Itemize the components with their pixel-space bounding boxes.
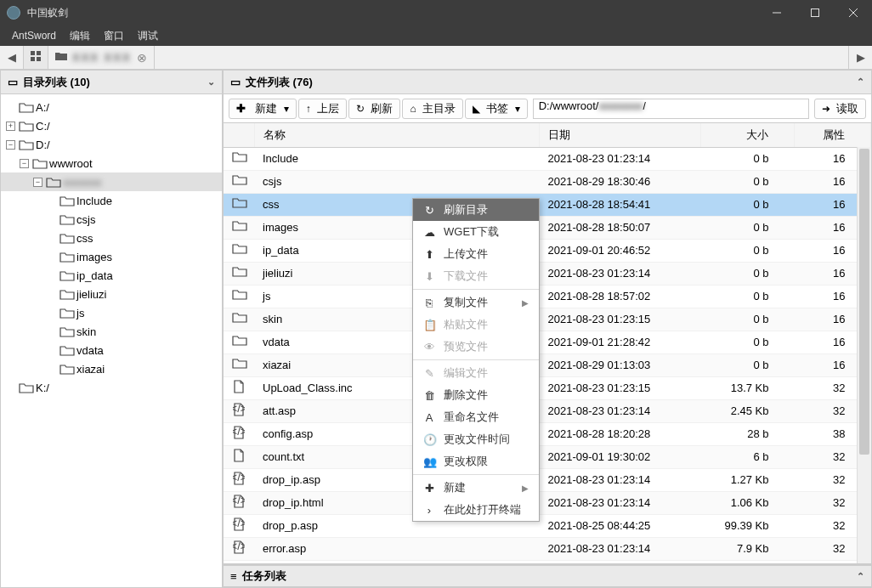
col-attr[interactable]: 属性	[795, 123, 871, 147]
row-date: 2021-08-23 01:23:14	[540, 262, 701, 285]
scrollbar-thumb[interactable]	[859, 149, 869, 455]
menu-item-label: 编辑文件	[444, 365, 488, 381]
menu-item-label: 删除文件	[444, 387, 488, 403]
row-date: 2021-08-23 01:23:14	[540, 147, 701, 170]
tab-close-icon[interactable]: ⊗	[137, 51, 147, 65]
context-menu-item[interactable]: ⎘复制文件▶	[413, 291, 539, 314]
tree-item[interactable]: xiazai	[1, 359, 222, 378]
tree-item-label: vdata	[76, 344, 104, 357]
expander-minus-icon[interactable]: −	[33, 178, 42, 187]
tree-item[interactable]: Include	[1, 191, 222, 210]
directory-panel: ▭ 目录列表 (10) ⌄ A:/+C:/−D:/−wwwroot−xxxxxx…	[0, 70, 223, 588]
new-button[interactable]: ✚ 新建 ▾	[229, 99, 297, 119]
context-menu-item[interactable]: ☁WGET下载	[413, 221, 539, 243]
tree-item[interactable]: +C:/	[1, 116, 222, 135]
row-date: 2021-08-28 18:50:07	[540, 216, 701, 239]
expander-minus-icon[interactable]: −	[20, 159, 29, 168]
context-menu-separator	[413, 359, 539, 360]
col-size[interactable]: 大小	[701, 123, 795, 147]
tree-item[interactable]: K:/	[1, 378, 222, 397]
table-row[interactable]: </>drop_ip.asp2021-08-23 01:23:141.27 Kb…	[224, 468, 871, 491]
menu-antsword[interactable]: AntSword	[5, 27, 63, 44]
vertical-scrollbar[interactable]	[857, 147, 871, 563]
svg-rect-4	[31, 51, 35, 55]
refresh-button[interactable]: ↻ 刷新	[348, 99, 400, 119]
tab-home[interactable]	[24, 46, 48, 69]
tree-item[interactable]: js	[1, 303, 222, 322]
table-row[interactable]: </>drop_ip.html2021-08-23 01:23:141.06 K…	[224, 491, 871, 514]
table-row[interactable]: </>error.asp2021-08-23 01:23:147.9 Kb32	[224, 537, 871, 560]
tree-item[interactable]: A:/	[1, 98, 222, 116]
expander-plus-icon[interactable]: +	[6, 122, 15, 131]
row-icon	[224, 353, 254, 376]
col-name[interactable]: 名称	[254, 123, 540, 147]
context-menu-item[interactable]: ⬆上传文件	[413, 243, 539, 265]
row-icon: </>	[224, 537, 254, 560]
row-date: 2021-08-23 01:23:15	[540, 308, 701, 331]
tree-item[interactable]: csjs	[1, 210, 222, 229]
context-menu-item: ✎编辑文件	[413, 362, 539, 384]
task-panel-header[interactable]: ≡ 任务列表 ⌃	[224, 565, 871, 587]
table-row[interactable]: UpLoad_Class.inc2021-08-23 01:23:1513.7 …	[224, 376, 871, 399]
tab-filemanager[interactable]: XXX XXX ⊗	[48, 46, 155, 69]
col-icon[interactable]	[224, 123, 254, 147]
maximize-button[interactable]	[796, 0, 834, 25]
tree-item[interactable]: vdata	[1, 341, 222, 359]
tree-item[interactable]: skin	[1, 322, 222, 341]
home-button[interactable]: ⌂ 主目录	[402, 99, 463, 119]
table-row[interactable]: images2021-08-28 18:50:070 b16	[224, 216, 871, 239]
menu-item-icon: A	[423, 411, 435, 424]
context-menu-item[interactable]: A重命名文件	[413, 406, 539, 428]
tree-item[interactable]: images	[1, 247, 222, 266]
row-icon: </>	[224, 399, 254, 422]
tab-next-button[interactable]: ▶	[848, 46, 872, 69]
tree-item[interactable]: jieliuzi	[1, 285, 222, 303]
menu-edit[interactable]: 编辑	[63, 26, 97, 46]
folder-icon	[59, 326, 73, 336]
path-input[interactable]: D:/wwwroot/xxxxxxxx/	[533, 99, 809, 119]
tree-item[interactable]: −wwwroot	[1, 154, 222, 172]
row-date: 2021-08-23 01:23:14	[540, 399, 701, 422]
table-row[interactable]: Include2021-08-23 01:23:140 b16	[224, 147, 871, 170]
tree-item[interactable]: −xxxxxxx	[1, 172, 222, 191]
table-row[interactable]: skin2021-08-23 01:23:150 b16	[224, 308, 871, 331]
menu-item-icon: ✎	[423, 367, 435, 380]
tree-item[interactable]: ip_data	[1, 266, 222, 285]
menu-item-label: 粘贴文件	[444, 317, 488, 332]
table-row[interactable]: </>att.asp2021-08-23 01:23:142.45 Kb32	[224, 399, 871, 422]
context-menu-item[interactable]: ✚新建▶	[413, 477, 539, 499]
menu-debug[interactable]: 调试	[131, 26, 165, 46]
table-row[interactable]: </>drop_p.asp2021-08-25 08:44:2599.39 Kb…	[224, 514, 871, 537]
context-menu-item[interactable]: ↻刷新目录	[413, 199, 539, 221]
close-button[interactable]	[834, 0, 872, 25]
col-date[interactable]: 日期	[540, 123, 701, 147]
read-button[interactable]: ➜ 读取	[814, 99, 866, 119]
menu-window[interactable]: 窗口	[97, 26, 131, 46]
directory-tree[interactable]: A:/+C:/−D:/−wwwroot−xxxxxxxIncludecsjscs…	[1, 94, 222, 587]
context-menu-item[interactable]: 🗑删除文件	[413, 384, 539, 406]
table-row[interactable]: </>config.asp2021-08-28 18:20:2828 b38	[224, 422, 871, 445]
context-menu-item[interactable]: 🕐更改文件时间	[413, 428, 539, 450]
app-icon	[7, 6, 20, 20]
table-row[interactable]: js2021-08-28 18:57:020 b16	[224, 285, 871, 308]
table-row[interactable]: css2021-08-28 18:54:410 b16	[224, 193, 871, 216]
directory-panel-header[interactable]: ▭ 目录列表 (10) ⌄	[1, 71, 222, 94]
bookmark-button[interactable]: ◣ 书签 ▾	[465, 99, 528, 119]
up-button[interactable]: ↑ 上层	[298, 99, 347, 119]
table-row[interactable]: vdata2021-09-01 21:28:420 b16	[224, 331, 871, 353]
file-panel-header[interactable]: ▭ 文件列表 (76) ⌃	[224, 71, 871, 94]
table-row[interactable]: ip_data2021-09-01 20:46:520 b16	[224, 239, 871, 262]
context-menu-item[interactable]: ›在此处打开终端	[413, 499, 539, 521]
tree-item[interactable]: css	[1, 229, 222, 247]
file-panel: ▭ 文件列表 (76) ⌃ ✚ 新建 ▾ ↑ 上层 ↻ 刷新 ⌂ 主目录 ◣ 书…	[223, 70, 872, 564]
context-menu-item[interactable]: 👥更改权限	[413, 450, 539, 472]
table-row[interactable]: count.txt2021-09-01 19:30:026 b32	[224, 445, 871, 468]
expander-minus-icon[interactable]: −	[6, 140, 15, 150]
table-row[interactable]: xiazai2021-08-29 01:13:030 b16	[224, 353, 871, 376]
row-icon	[224, 170, 254, 193]
tree-item[interactable]: −D:/	[1, 135, 222, 154]
minimize-button[interactable]	[757, 0, 796, 25]
table-row[interactable]: jieliuzi2021-08-23 01:23:140 b16	[224, 262, 871, 285]
table-row[interactable]: csjs2021-08-29 18:30:460 b16	[224, 170, 871, 193]
tab-prev-button[interactable]: ◀	[0, 46, 24, 69]
